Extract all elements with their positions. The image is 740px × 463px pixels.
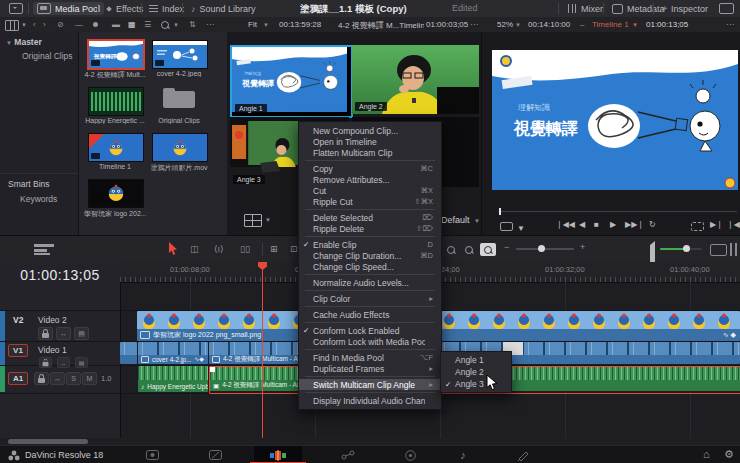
timeline-zoom-select[interactable]: 52% — [497, 20, 513, 29]
media-clip-label[interactable]: 塗鴉片頭影片.mov — [148, 163, 210, 173]
grid-view-icon[interactable]: ▦ — [128, 20, 136, 29]
detail-zoom-icon[interactable] — [461, 243, 477, 256]
bin-master[interactable]: ▼ Master — [6, 37, 42, 47]
menu-item[interactable]: Cache Audio Effects — [299, 309, 441, 320]
multicam-layout-button[interactable] — [244, 213, 262, 231]
media-pool-toggle[interactable]: Media Pool — [33, 2, 104, 15]
menu-item[interactable]: Find In Media Pool⌥F — [299, 352, 441, 363]
media-thumb-folder[interactable] — [152, 87, 206, 114]
menu-item[interactable]: ✓Conform Lock Enabled — [299, 325, 441, 336]
playhead-line[interactable] — [262, 262, 263, 438]
next-marker-icon[interactable]: ▶❘ — [710, 220, 723, 229]
back-icon[interactable]: ‹ — [33, 20, 36, 29]
replace-clip-icon[interactable]: ⊡ — [290, 244, 298, 254]
page-fairlight[interactable]: ♪ — [450, 449, 476, 461]
audio-meters-icon[interactable] — [730, 243, 737, 256]
viewer-video-frame[interactable]: 理解知識 視覺轉譯 — [492, 50, 738, 190]
full-extent-zoom-icon[interactable] — [443, 243, 459, 256]
go-to-end-button[interactable]: ▶▶❘ — [625, 220, 644, 229]
menu-item[interactable]: Duplicated Frames▸ — [299, 363, 441, 374]
menu-item[interactable]: Normalize Audio Levels... — [299, 277, 441, 288]
thumb-size-slider[interactable] — [93, 22, 98, 27]
bin-original-clips[interactable]: Original Clips — [22, 51, 73, 61]
multicam-angle-1[interactable]: 理解知識 視覺轉譯 Angle 1 — [230, 45, 353, 118]
page-color[interactable] — [397, 449, 423, 461]
media-thumb-cover[interactable] — [152, 40, 208, 69]
keyframe-icons[interactable]: ∿◆ — [194, 355, 204, 364]
viewer-scrub-bar[interactable] — [498, 211, 737, 212]
timeline-clip-v1-fragment[interactable] — [120, 342, 137, 364]
timeline-clip-v1-cover[interactable]: cover 4-2.jp... ∿◆ — [138, 342, 208, 364]
track-v2-number[interactable]: V2 — [13, 315, 23, 325]
media-thumb-audio[interactable] — [88, 87, 144, 116]
zoom-slider-track[interactable] — [516, 248, 574, 250]
settings-gear-icon[interactable]: ⚙ — [724, 448, 734, 461]
dual-screen-icon[interactable] — [719, 3, 734, 14]
menu-item[interactable]: New Compound Clip... — [299, 125, 441, 136]
timeline-horizontal-scrollbar[interactable] — [8, 439, 88, 444]
timeline-clip-a1-music[interactable]: ♪ Happy Energetic Upbeat I... — [138, 366, 208, 392]
keyframe-icons[interactable]: ∿ ◆ — [723, 329, 736, 341]
track-v2-autoselect-icon[interactable]: ↔ — [56, 327, 71, 340]
track-a1-mute-button[interactable]: M — [82, 372, 97, 385]
inspector-toggle[interactable]: ⌖ Inspector — [658, 2, 712, 15]
viewer-mode-icon[interactable] — [500, 222, 513, 231]
loop-button[interactable]: ↻ — [649, 220, 656, 229]
source-options-icon[interactable]: ⋯ — [470, 20, 478, 29]
media-clip-label[interactable]: Timeline 1 — [84, 163, 146, 170]
selection-tool-icon[interactable] — [168, 242, 178, 256]
timeline-name-select[interactable]: Timeline 1 — [592, 20, 629, 29]
play-button[interactable]: ▶ — [610, 220, 616, 229]
zoom-slider-handle[interactable] — [538, 245, 545, 252]
menu-item[interactable]: Change Clip Speed... — [299, 261, 441, 272]
media-thumb-video[interactable] — [152, 133, 208, 162]
media-thumb-timeline[interactable] — [88, 133, 144, 162]
track-v1-name[interactable]: Video 1 — [38, 345, 67, 355]
clip-in-point-handle[interactable] — [210, 367, 215, 372]
search-chevron-icon[interactable]: ▼ — [173, 22, 179, 28]
menu-item[interactable]: ✓Angle 3 — [441, 378, 511, 390]
list-view-icon[interactable]: ☰ — [144, 20, 151, 29]
source-zoom-select[interactable]: Fit — [248, 20, 257, 29]
filmstrip-view-icon[interactable]: ▬ — [112, 20, 120, 29]
chevron-down-icon[interactable]: ▼ — [21, 22, 27, 28]
razor-tool-icon[interactable]: ▯▯ — [240, 244, 250, 254]
menu-item[interactable]: Switch Multicam Clip Angle▸ — [299, 379, 441, 390]
page-fusion[interactable] — [335, 449, 361, 461]
zoom-out-icon[interactable]: − — [504, 242, 509, 252]
track-a1-lock-icon[interactable] — [34, 372, 49, 385]
track-v1-lock-icon[interactable] — [39, 357, 52, 368]
chevron-down-icon[interactable]: ▼ — [265, 217, 271, 223]
menu-item[interactable]: Change Clip Duration...⌘D — [299, 250, 441, 261]
smart-bin-keywords[interactable]: Keywords — [20, 194, 57, 204]
menu-item[interactable]: Delete Selected⌦ — [299, 212, 441, 223]
stop-button[interactable]: ■ — [594, 220, 599, 229]
media-clip-label[interactable]: Happy Energetic ... — [84, 117, 146, 124]
dim-audio-icon[interactable] — [710, 244, 727, 256]
media-clip-label[interactable]: 學習玩家 logo 202... — [84, 209, 146, 219]
media-thumb-logo[interactable] — [88, 179, 144, 208]
page-cut[interactable] — [202, 449, 228, 461]
media-clip-label[interactable]: 4-2 視覺轉譯 Mult... — [84, 70, 146, 80]
match-frame-icon[interactable] — [691, 222, 704, 231]
menu-item[interactable]: Open in Timeline — [299, 136, 441, 147]
track-a1-solo-button[interactable]: S — [66, 372, 81, 385]
forward-icon[interactable]: › — [43, 20, 46, 29]
unlink-icon[interactable]: ⊘ — [57, 20, 64, 29]
track-v1-film-icon[interactable]: ▤ — [75, 357, 88, 368]
menu-item[interactable]: Conform Lock with Media Pool Clip — [299, 336, 441, 347]
track-a1-gain[interactable]: 1.0 — [101, 374, 111, 383]
volume-slider-handle[interactable] — [683, 245, 690, 252]
sound-library-toggle[interactable]: ♪ Sound Library — [187, 2, 260, 15]
media-clip-label[interactable]: Original Clips — [148, 117, 210, 124]
multicam-angle-2[interactable]: Angle 2 — [352, 45, 479, 114]
menu-item[interactable]: Cut⌘X — [299, 185, 441, 196]
viewer-scrub-playhead[interactable] — [499, 208, 501, 215]
track-v1-autoselect-icon[interactable]: ↔ — [57, 357, 70, 368]
insert-clip-icon[interactable]: ⊞ — [270, 244, 278, 254]
viewer-options-icon[interactable]: ⋯ — [726, 20, 734, 29]
menu-item[interactable]: Clip Color▸ — [299, 293, 441, 304]
timeline-view-options-icon[interactable] — [34, 244, 54, 255]
thumb-size-min-icon[interactable]: — — [75, 20, 83, 29]
track-a1-autoselect-icon[interactable]: ↔ — [50, 372, 65, 385]
